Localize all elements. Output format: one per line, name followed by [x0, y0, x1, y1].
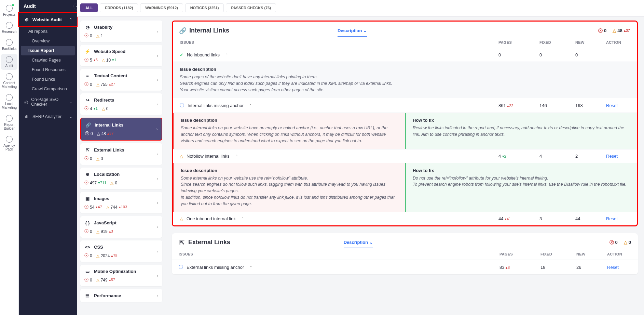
chevron-right-icon: › [157, 152, 158, 157]
pages-count: 4 ▾2 [498, 154, 539, 159]
description-tab[interactable]: Description ⌄ [344, 240, 373, 248]
issue-name: Internal links missing anchor [188, 103, 244, 108]
chevron-icon: ⌃ [225, 53, 228, 57]
category-redirects[interactable]: ↪Redirectsⓧ 4 ▾1△ 0› [80, 93, 162, 115]
reset-link[interactable]: Reset [607, 265, 619, 270]
issue-row[interactable]: ⓘExternal links missing anchor⌃ 83 ▴8 18… [172, 260, 638, 274]
category-label: Internal Links [95, 122, 124, 128]
pencil-icon [6, 73, 13, 80]
sidebar-serp-analyzer[interactable]: ⫙ SERP Analyzer ⌄ [19, 110, 77, 123]
chevron-icon: ⌃ [249, 104, 252, 107]
category-label: Localization [94, 172, 120, 177]
description-tab[interactable]: Description ⌄ [338, 28, 367, 37]
sidebar-onpage-seo[interactable]: ◎ On-Page SEO Checker ⌄ [19, 94, 77, 110]
category-stats: ⓧ 0△ 919 ▴3 [84, 228, 158, 234]
issue-name: External links missing anchor [187, 265, 244, 270]
category-stats: ⓧ 5 ▴5△ 10 ▾1 [84, 57, 158, 63]
category-javascript[interactable]: { }JavaScriptⓧ 0△ 919 ▴3› [80, 216, 162, 238]
fixed-count: 4 [539, 154, 575, 159]
warning-icon: △ [180, 154, 183, 159]
table-header: ISSUES PAGES FIXED NEW ACTION [173, 34, 637, 48]
issue-row[interactable]: △One inbound internal link⌃ 44 ▴41 3 44 … [173, 212, 637, 225]
category-usability[interactable]: ◔Usabilityⓧ 0△ 1› [80, 21, 162, 42]
tab-warnings[interactable]: WARNINGS (5912) [140, 3, 183, 12]
main-content: 🔗 Internal Links Description ⌄ ⓧ 0 △ 48 … [166, 0, 644, 315]
category-images[interactable]: ▣Imagesⓧ 54 ▴47△ 744 ▴103› [80, 192, 162, 213]
rail-research[interactable]: Research [1, 20, 17, 36]
issue-row[interactable]: ⓘInternal links missing anchor⌃ 861 ▴22 … [173, 98, 637, 113]
warning-icon: △ [180, 216, 183, 221]
chevron-up-icon: ⌃ [69, 18, 72, 22]
category-icon: ⚡ [84, 48, 91, 54]
issue-name: Nofollow internal links [187, 154, 230, 159]
category-stats: ⓧ 0△ 755 ▴27 [84, 81, 158, 87]
error-icon: ⓧ [85, 131, 89, 136]
category-stats: ⓧ 0△ 0 [84, 156, 158, 161]
issue-row[interactable]: ✔No inbound links⌃ 0 0 0 [173, 48, 637, 62]
error-icon: ⓧ [84, 277, 88, 283]
sidebar-found-links[interactable]: Found Links [19, 75, 77, 84]
info-icon: ⓘ [179, 264, 183, 270]
sidebar-all-reports[interactable]: All reports [19, 27, 77, 36]
category-internal-links[interactable]: 🔗Internal Linksⓧ 0△ 48 ▴37› [80, 118, 162, 141]
error-icon: ⓧ [84, 180, 88, 186]
target-icon: ◎ [24, 99, 28, 105]
category-label: Mobile Optimization [94, 269, 136, 274]
warning-icon: △ [102, 106, 105, 111]
category-external-links[interactable]: ⇱External Linksⓧ 0△ 0› [80, 143, 162, 165]
category-label: Textual Content [94, 73, 127, 78]
tab-passed[interactable]: PASSED CHECKS (76) [226, 3, 276, 12]
category-textual-content[interactable]: ≡Textual Contentⓧ 0△ 755 ▴27› [80, 69, 162, 91]
category-website-speed[interactable]: ⚡Website Speedⓧ 5 ▴5△ 10 ▾1› [80, 45, 162, 66]
rail-content[interactable]: Content Marketing [1, 71, 17, 91]
chevron-right-icon: › [157, 176, 158, 181]
category-icon: ☰ [84, 292, 91, 299]
reset-link[interactable]: Reset [606, 103, 618, 108]
error-icon: ⓧ [84, 106, 88, 111]
warning-icon: △ [96, 82, 99, 87]
search-icon [6, 22, 13, 29]
rail-backlinks[interactable]: Backlinks [1, 37, 17, 53]
sidebar-crawl-comparison[interactable]: Crawl Comparison [19, 84, 77, 94]
sidebar-issue-report[interactable]: Issue Report [21, 46, 75, 55]
rail-report[interactable]: Report Builder [1, 113, 17, 132]
tab-notices[interactable]: NOTICES (3251) [185, 3, 224, 12]
warning-icon: △ [102, 58, 105, 63]
icon-rail: Projects Research Backlinks Audit Conten… [0, 0, 19, 315]
sidebar-crawled-pages[interactable]: Crawled Pages [19, 55, 77, 65]
issue-row[interactable]: △Nofollow internal links⌃ 4 ▾2 4 2 Reset [173, 149, 637, 163]
category-label: CSS [94, 245, 103, 250]
warning-icon: △ [624, 240, 627, 245]
category-localization[interactable]: ⊕Localizationⓧ 497 ▾711△ 0› [80, 168, 162, 189]
pages-count: 0 [498, 52, 539, 57]
info-icon: ⓘ [180, 102, 184, 108]
rail-audit[interactable]: Audit [1, 54, 17, 70]
warning-icon: △ [96, 156, 99, 161]
chevron-right-icon: › [157, 200, 158, 205]
sidebar-found-resources[interactable]: Found Resources [19, 65, 77, 75]
briefcase-icon [6, 136, 13, 143]
issue-name: One inbound internal link [187, 216, 236, 221]
category-mobile-optimization[interactable]: ▭Mobile Optimizationⓧ 0△ 749 ▴57› [80, 265, 162, 286]
fixed-count: 0 [539, 52, 575, 57]
tab-all[interactable]: ALL [80, 3, 98, 12]
website-audit-header[interactable]: ⊕ Website Audit ⌃ [19, 13, 77, 26]
new-count: 0 [575, 52, 606, 57]
rail-local[interactable]: Local Marketing [1, 92, 17, 111]
check-circle-icon [6, 56, 13, 63]
warning-icon: △ [110, 181, 113, 185]
chevron-icon: ⌃ [241, 217, 244, 221]
sidebar: ‹ Audit ⊕ Website Audit ⌃ All reports Ov… [19, 0, 77, 315]
sidebar-overview[interactable]: Overview [19, 36, 77, 46]
reset-link[interactable]: Reset [606, 154, 618, 159]
chevron-right-icon: › [157, 53, 158, 58]
reset-link[interactable]: Reset [606, 216, 618, 221]
rail-agency[interactable]: Agency Pack [1, 134, 17, 153]
category-css[interactable]: <>CSSⓧ 0△ 2024 ▴78› [80, 240, 162, 262]
category-performance[interactable]: ☰Performance› [80, 289, 162, 302]
new-count: 44 [575, 216, 606, 221]
warning-icon: △ [97, 131, 100, 136]
rail-projects[interactable]: Projects [1, 3, 17, 18]
tab-errors[interactable]: ERRORS (1182) [100, 3, 138, 12]
external-links-panel: ⇱ External Links Description ⌄ ⓧ 0 △ 0 I… [172, 233, 638, 274]
